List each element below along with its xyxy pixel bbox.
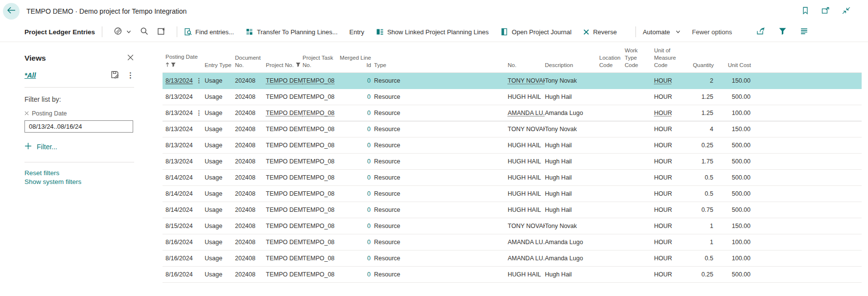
posting-date-link[interactable]: 8/13/2024	[165, 110, 193, 116]
project-task-no-link[interactable]: TEMPO_08	[303, 271, 334, 278]
project-task-no-link[interactable]: TEMPO_08	[303, 223, 334, 229]
open-project-journal-button[interactable]: Open Project Journal	[500, 28, 571, 36]
project-no-link[interactable]: TEMPO DEMO	[266, 206, 303, 213]
resource-no-link[interactable]: HUGH HAIL	[508, 142, 541, 149]
project-task-no-link[interactable]: TEMPO_08	[303, 77, 334, 84]
project-task-no-link[interactable]: TEMPO_08	[303, 110, 334, 116]
project-no-link[interactable]: TEMPO DEMO	[266, 255, 303, 262]
project-no-link[interactable]: TEMPO DEMO	[266, 126, 303, 133]
uom-link[interactable]: HOUR	[654, 142, 672, 149]
search-button[interactable]	[140, 27, 148, 37]
posting-date-link[interactable]: 8/13/2024	[165, 77, 193, 84]
collapse-button[interactable]	[842, 7, 850, 16]
ledger-row[interactable]: 8/16/2024Usage202408TEMPO DEMOTEMPO_080R…	[163, 266, 862, 282]
col-header-no[interactable]: No.	[508, 42, 545, 72]
bookmark-button[interactable]	[802, 6, 809, 16]
ledger-row[interactable]: 8/14/2024Usage202408TEMPO DEMOTEMPO_080R…	[163, 185, 862, 202]
posting-date-filter-input[interactable]	[24, 120, 133, 133]
fewer-options-button[interactable]: Fewer options	[692, 28, 732, 36]
back-button[interactable]	[3, 3, 20, 20]
list-options-button[interactable]	[800, 27, 808, 37]
uom-link[interactable]: HOUR	[654, 271, 672, 278]
uom-link[interactable]: HOUR	[654, 239, 672, 246]
posting-date-link[interactable]: 8/15/2024	[165, 223, 193, 229]
resource-no-link[interactable]: TONY NOVAK	[508, 126, 545, 133]
uom-link[interactable]: HOUR	[654, 93, 672, 100]
project-no-link[interactable]: TEMPO DEMO	[266, 223, 303, 229]
col-header-unit-cost[interactable]: Unit Cost	[717, 42, 754, 72]
project-task-no-link[interactable]: TEMPO_08	[303, 93, 334, 100]
uom-link[interactable]: HOUR	[654, 126, 672, 133]
row-menu-icon[interactable]: ⋮	[196, 110, 202, 116]
resource-no-link[interactable]: TONY NOVAK	[508, 77, 545, 84]
project-no-link[interactable]: TEMPO DEMO	[266, 110, 303, 116]
ledger-row[interactable]: 8/14/2024Usage202408TEMPO DEMOTEMPO_080R…	[163, 169, 862, 185]
ledger-row[interactable]: 8/13/2024Usage202408TEMPO DEMOTEMPO_080R…	[163, 137, 862, 153]
resource-no-link[interactable]: AMANDA LU...	[508, 239, 545, 246]
resource-no-link[interactable]: TONY NOVAK	[508, 223, 545, 229]
show-system-filters-link[interactable]: Show system filters	[24, 178, 134, 185]
col-header-work-type-code[interactable]: Work Type Code	[625, 42, 654, 72]
add-filter-button[interactable]: Filter...	[24, 142, 57, 151]
close-filter-pane-button[interactable]	[127, 54, 134, 63]
col-header-document-no[interactable]: Document No.	[235, 42, 266, 72]
col-header-posting-date[interactable]: Posting Date	[163, 42, 196, 72]
project-no-link[interactable]: TEMPO DEMO	[266, 239, 303, 246]
resource-no-link[interactable]: HUGH HAIL	[508, 93, 541, 100]
project-no-link[interactable]: TEMPO DEMO	[266, 93, 303, 100]
posting-date-link[interactable]: 8/14/2024	[165, 206, 193, 213]
project-no-link[interactable]: TEMPO DEMO	[266, 158, 303, 165]
project-no-link[interactable]: TEMPO DEMO	[266, 190, 303, 197]
transfer-to-planning-lines-button[interactable]: Transfer To Planning Lines...	[246, 28, 338, 36]
project-task-no-link[interactable]: TEMPO_08	[303, 255, 334, 262]
views-menu-button[interactable]	[114, 27, 131, 37]
col-header-uom-code[interactable]: Unit of Measure Code	[654, 42, 692, 72]
project-task-no-link[interactable]: TEMPO_08	[303, 190, 334, 197]
project-task-no-link[interactable]: TEMPO_08	[303, 206, 334, 213]
project-task-no-link[interactable]: TEMPO_08	[303, 126, 334, 133]
uom-link[interactable]: HOUR	[654, 158, 672, 165]
posting-date-link[interactable]: 8/14/2024	[165, 174, 193, 181]
reset-filters-link[interactable]: Reset filters	[24, 169, 134, 177]
remove-posting-date-filter-button[interactable]	[24, 110, 29, 117]
uom-link[interactable]: HOUR	[654, 110, 672, 116]
ledger-row[interactable]: 8/13/2024Usage202408TEMPO DEMOTEMPO_080R…	[163, 153, 862, 169]
posting-date-link[interactable]: 8/16/2024	[165, 239, 193, 246]
uom-link[interactable]: HOUR	[654, 77, 672, 84]
entry-button[interactable]: Entry	[350, 28, 364, 36]
share-button[interactable]	[756, 27, 765, 37]
col-header-merged-line-id[interactable]: Merged Line Id	[340, 42, 374, 72]
ledger-row[interactable]: 8/15/2024Usage202408TEMPO DEMOTEMPO_080R…	[163, 218, 862, 234]
find-entries-button[interactable]: Find entries...	[184, 28, 234, 36]
project-no-link[interactable]: TEMPO DEMO	[266, 174, 303, 181]
posting-date-link[interactable]: 8/13/2024	[165, 142, 193, 149]
filter-button[interactable]	[778, 27, 787, 37]
reverse-button[interactable]: Reverse	[583, 28, 616, 36]
col-header-project-no[interactable]: Project No.	[266, 42, 303, 72]
show-linked-planning-lines-button[interactable]: Show Linked Project Planning Lines	[376, 28, 489, 36]
resource-no-link[interactable]: AMANDA LU...	[508, 110, 545, 116]
view-more-menu-button[interactable]: ⋮	[127, 71, 134, 80]
project-task-no-link[interactable]: TEMPO_08	[303, 239, 334, 246]
project-task-no-link[interactable]: TEMPO_08	[303, 142, 334, 149]
col-header-entry-type[interactable]: Entry Type	[205, 42, 235, 72]
resource-no-link[interactable]: HUGH HAIL	[508, 174, 541, 181]
uom-link[interactable]: HOUR	[654, 255, 672, 262]
col-header-quantity[interactable]: Quantity	[692, 42, 717, 72]
col-header-project-task-no[interactable]: Project Task No.	[303, 42, 340, 72]
col-header-type[interactable]: Type	[374, 42, 508, 72]
ledger-row[interactable]: 8/16/2024Usage202408TEMPO DEMOTEMPO_080R…	[163, 234, 862, 250]
view-all-link[interactable]: *All	[24, 71, 36, 79]
automate-button[interactable]: Automate	[643, 28, 680, 36]
resource-no-link[interactable]: HUGH HAIL	[508, 206, 541, 213]
ledger-row[interactable]: 8/14/2024Usage202408TEMPO DEMOTEMPO_080R…	[163, 202, 862, 218]
col-header-location-code[interactable]: Location Code	[599, 42, 625, 72]
resource-no-link[interactable]: HUGH HAIL	[508, 190, 541, 197]
ledger-row[interactable]: 8/13/2024Usage202408TEMPO DEMOTEMPO_080R…	[163, 121, 862, 137]
resource-no-link[interactable]: AMANDA LU...	[508, 255, 545, 262]
posting-date-link[interactable]: 8/14/2024	[165, 190, 193, 197]
project-no-link[interactable]: TEMPO DEMO	[266, 271, 303, 278]
analyze-button[interactable]	[157, 27, 165, 37]
design-view-button[interactable]	[111, 70, 119, 80]
ledger-row[interactable]: 8/13/2024⋮Usage202408TEMPO DEMOTEMPO_080…	[163, 72, 862, 89]
